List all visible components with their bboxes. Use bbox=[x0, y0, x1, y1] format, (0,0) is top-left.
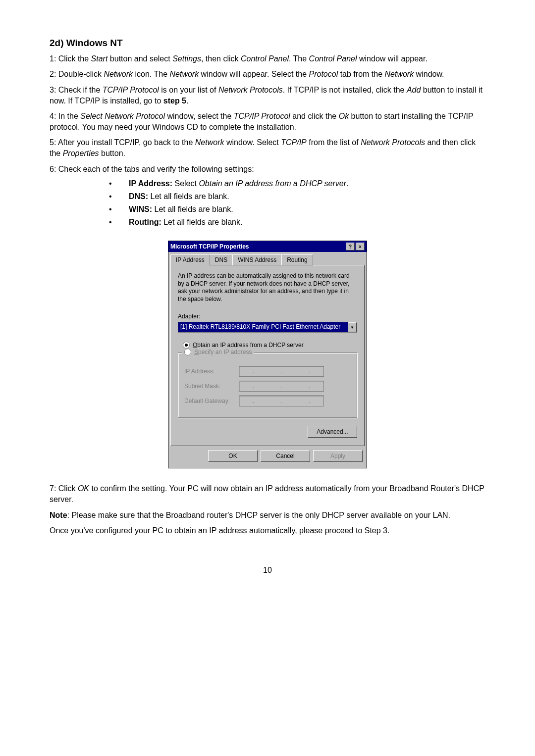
bullet-ip-address: IP Address: Select Obtain an IP address … bbox=[109, 179, 485, 188]
ip-address-input: ... bbox=[239, 366, 324, 377]
tab-ip-address[interactable]: IP Address bbox=[170, 254, 210, 265]
step-6: 6: Check each of the tabs and verify the… bbox=[50, 164, 485, 175]
apply-button[interactable]: Apply bbox=[313, 450, 363, 462]
default-gateway-label: Default Gateway: bbox=[184, 398, 239, 404]
titlebar: Microsoft TCP/IP Properties ? × bbox=[168, 241, 367, 252]
default-gateway-input: ... bbox=[239, 396, 324, 406]
dialog-title: Microsoft TCP/IP Properties bbox=[170, 243, 249, 250]
radio-specify-ip[interactable]: Specify an IP address bbox=[182, 349, 254, 355]
final-text: Once you've configured your PC to obtain… bbox=[50, 525, 485, 536]
note: Note: Please make sure that the Broadban… bbox=[50, 510, 485, 521]
tabs: IP Address DNS WINS Address Routing bbox=[170, 254, 365, 265]
help-button[interactable]: ? bbox=[346, 243, 355, 251]
ok-button[interactable]: OK bbox=[208, 450, 258, 462]
tcp-ip-properties-dialog: Microsoft TCP/IP Properties ? × IP Addre… bbox=[168, 241, 367, 468]
dialog-description: An IP address can be automatically assig… bbox=[178, 272, 357, 303]
specify-fieldset: Specify an IP address IP Address: ... Su… bbox=[178, 353, 357, 418]
close-button[interactable]: × bbox=[356, 243, 365, 251]
step-5: 5: After you install TCP/IP, go back to … bbox=[50, 137, 485, 158]
bullet-routing: Routing: Let all fields are blank. bbox=[109, 218, 485, 227]
cancel-button[interactable]: Cancel bbox=[261, 450, 310, 462]
radio-obtain-dhcp[interactable]: OObtain an IP address from a DHCP server… bbox=[183, 342, 357, 349]
adapter-dropdown[interactable]: [1] Realtek RTL8139/810X Family PCI Fast… bbox=[178, 322, 357, 333]
step-1: 1: Click the Start button and select Set… bbox=[50, 53, 485, 64]
tab-routing[interactable]: Routing bbox=[281, 254, 313, 265]
radio-icon bbox=[184, 349, 191, 355]
advanced-button[interactable]: Advanced... bbox=[308, 426, 357, 438]
subnet-mask-input: ... bbox=[239, 381, 324, 392]
page-number: 10 bbox=[50, 566, 485, 575]
radio-icon bbox=[183, 342, 190, 349]
step-3: 3: Check if the TCP/IP Protocol is on yo… bbox=[50, 85, 485, 106]
tab-wins-address[interactable]: WINS Address bbox=[232, 254, 282, 265]
step-7: 7: Click OK to confirm the setting. Your… bbox=[50, 483, 485, 504]
ip-address-label: IP Address: bbox=[184, 368, 239, 375]
radio-specify-label: Specify an IP address bbox=[194, 349, 252, 355]
tab-dns[interactable]: DNS bbox=[210, 254, 233, 265]
tab-panel: An IP address can be automatically assig… bbox=[170, 265, 365, 446]
step-4: 4: In the Select Network Protocol window… bbox=[50, 111, 485, 132]
bullet-wins: WINS: Let all fields are blank. bbox=[109, 205, 485, 214]
chevron-down-icon[interactable]: ▼ bbox=[348, 322, 357, 332]
adapter-label: Adapter: bbox=[178, 313, 357, 320]
bullet-dns: DNS: Let all fields are blank. bbox=[109, 192, 485, 201]
radio-obtain-label: OObtain an IP address from a DHCP server… bbox=[193, 342, 304, 349]
adapter-value: [1] Realtek RTL8139/810X Family PCI Fast… bbox=[178, 322, 348, 332]
step-2: 2: Double-click Network icon. The Networ… bbox=[50, 69, 485, 80]
section-heading: 2d) Windows NT bbox=[50, 38, 485, 49]
subnet-mask-label: Subnet Mask: bbox=[184, 383, 239, 390]
